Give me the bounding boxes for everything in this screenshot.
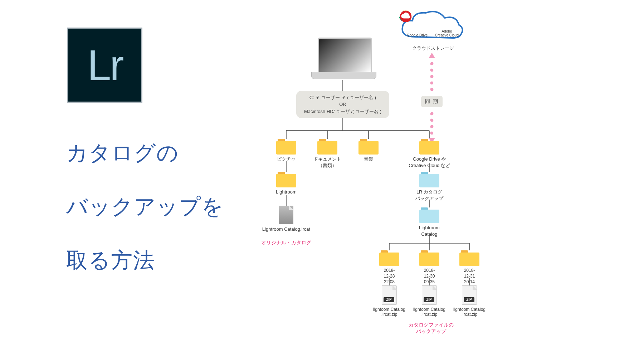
creative-cloud-label: Adobe Creative Cloud <box>433 29 461 37</box>
folder-lightroom-catalog-label: Lightroom Catalog <box>413 225 445 237</box>
cloud-service-labels: Google Drive Adobe Creative Cloud <box>399 29 465 37</box>
zip-icon: ZIP <box>382 285 397 305</box>
zip-icon: ZIP <box>462 285 477 305</box>
svg-point-25 <box>430 112 433 115</box>
svg-point-21 <box>430 69 433 72</box>
svg-point-28 <box>430 132 433 134</box>
title-line-1: カタログの <box>66 139 179 168</box>
folder-date-3-label: 2018- 12-31 20:14 <box>453 268 486 285</box>
svg-marker-19 <box>429 53 435 58</box>
svg-point-26 <box>430 119 433 122</box>
folder-date-2: 2018- 12-30 09:35 <box>413 250 445 285</box>
folder-documents: ドキュメント （書類） <box>311 139 343 168</box>
caption-original-catalog: オリジナル・カタログ <box>259 240 313 246</box>
folder-lightroom: Lightroom <box>270 172 302 195</box>
file-zip-2-label: lightoom Catalog .lrcat.zip <box>409 307 450 317</box>
zip-icon: ZIP <box>422 285 437 305</box>
file-zip-2: ZIP lightoom Catalog .lrcat.zip <box>409 285 450 317</box>
creative-cloud-icon <box>399 10 413 23</box>
folder-music: 音楽 <box>352 139 385 162</box>
caption-backup: カタログファイルの バックアップ <box>404 322 458 335</box>
title-line-3: 取る方法 <box>66 246 155 275</box>
folder-music-label: 音楽 <box>352 156 385 162</box>
google-drive-label: Google Drive <box>403 33 431 37</box>
path-or: OR <box>339 101 346 108</box>
user-path-box: C: ￥ ユーザー ￥ ( ユーザー名 ) OR Macintosh HD/ ユ… <box>296 91 389 118</box>
folder-date-1: 2018- 12-28 22:08 <box>373 250 405 285</box>
path-mac: Macintosh HD/ ユーザ /( ユーザー名 ) <box>304 108 381 115</box>
svg-point-22 <box>430 75 433 78</box>
folder-cloud-sync: Google Drive や Creative Cloud など <box>408 139 451 168</box>
file-zip-3-label: lightoom Catalog .lrcat.zip <box>449 307 490 317</box>
file-original-catalog-label: Lightroom Catalog.lrcat <box>261 226 311 232</box>
file-original-catalog: Lightroom Catalog.lrcat <box>261 206 311 232</box>
lightroom-logo: Lr <box>67 28 142 103</box>
folder-cloud-sync-label: Google Drive や Creative Cloud など <box>408 156 451 168</box>
file-zip-3: ZIP lightoom Catalog .lrcat.zip <box>449 285 490 317</box>
lightroom-logo-text: Lr <box>87 40 123 90</box>
folder-lr-backup-label: LR カタログ バックアップ <box>413 189 445 201</box>
folder-documents-label: ドキュメント （書類） <box>311 156 343 168</box>
path-windows: C: ￥ ユーザー ￥ ( ユーザー名 ) <box>309 94 376 101</box>
folder-date-2-label: 2018- 12-30 09:35 <box>413 268 445 285</box>
folder-pictures: ピクチャ <box>270 139 302 162</box>
laptop-icon <box>311 38 376 80</box>
svg-point-20 <box>430 62 433 65</box>
document-icon <box>279 206 293 224</box>
folder-lightroom-label: Lightroom <box>270 189 302 195</box>
folder-pictures-label: ピクチャ <box>270 156 302 162</box>
svg-point-24 <box>430 88 433 91</box>
folder-lightroom-catalog: Lightroom Catalog <box>413 207 445 237</box>
folder-date-3: 2018- 12-31 20:14 <box>453 250 486 285</box>
title-line-2: バックアップを <box>66 192 224 221</box>
folder-date-1-label: 2018- 12-28 22:08 <box>373 268 405 285</box>
svg-point-23 <box>430 82 433 84</box>
folder-lr-backup: LR カタログ バックアップ <box>413 172 445 201</box>
file-zip-1-label: lightoom Catalog .lrcat.zip <box>369 307 410 317</box>
svg-point-27 <box>430 125 433 128</box>
sync-label: 同 期 <box>421 96 443 107</box>
cloud-caption: クラウドストレージ <box>404 45 462 52</box>
file-zip-1: ZIP lightoom Catalog .lrcat.zip <box>369 285 410 317</box>
cloud-icon <box>399 10 465 44</box>
